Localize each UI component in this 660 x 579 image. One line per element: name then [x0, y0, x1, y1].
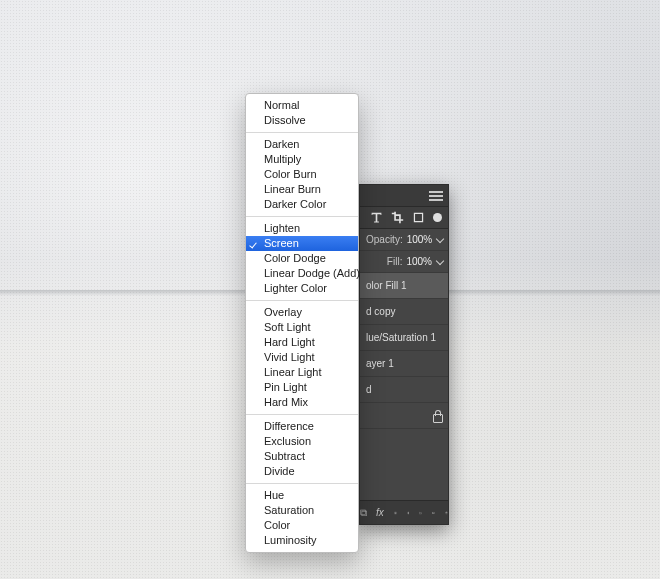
blend-mode-option[interactable]: Dissolve — [246, 113, 358, 128]
blend-mode-option[interactable]: Linear Burn — [246, 182, 358, 197]
menu-separator — [246, 132, 358, 133]
blend-mode-label: Luminosity — [264, 534, 317, 546]
blend-mode-option[interactable]: Hard Mix — [246, 395, 358, 410]
blend-mode-label: Linear Light — [264, 366, 322, 378]
layer-name: d copy — [366, 306, 395, 317]
blend-mode-label: Darken — [264, 138, 299, 150]
trash-icon[interactable] — [445, 507, 448, 519]
check-icon — [250, 169, 260, 179]
blend-mode-menu: NormalDissolveDarkenMultiplyColor BurnLi… — [245, 93, 359, 553]
type-filter-icon[interactable] — [370, 211, 383, 224]
blend-mode-option[interactable]: Luminosity — [246, 533, 358, 548]
blend-mode-label: Color Burn — [264, 168, 317, 180]
blend-mode-label: Screen — [264, 237, 299, 249]
blend-mode-option[interactable]: Exclusion — [246, 434, 358, 449]
blend-mode-option[interactable]: Difference — [246, 419, 358, 434]
blend-mode-option[interactable]: Normal — [246, 98, 358, 113]
check-icon — [250, 268, 260, 278]
group-icon[interactable] — [419, 507, 422, 519]
adjustment-layer-icon[interactable] — [407, 507, 410, 519]
fill-label: Fill: — [387, 256, 403, 267]
layer-item[interactable]: d — [360, 377, 448, 403]
check-icon — [250, 466, 260, 476]
blend-mode-option[interactable]: Saturation — [246, 503, 358, 518]
layer-name: d — [366, 384, 372, 395]
layer-item[interactable]: lue/Saturation 1 — [360, 325, 448, 351]
blend-mode-option[interactable]: Lighter Color — [246, 281, 358, 296]
check-icon — [250, 505, 260, 515]
blend-mode-option[interactable]: Screen — [246, 236, 358, 251]
check-icon — [250, 352, 260, 362]
blend-mode-label: Soft Light — [264, 321, 310, 333]
shape-filter-icon[interactable] — [412, 211, 425, 224]
blend-mode-label: Saturation — [264, 504, 314, 516]
layer-item[interactable]: olor Fill 1 — [360, 273, 448, 299]
blend-mode-label: Pin Light — [264, 381, 307, 393]
blend-mode-option[interactable]: Linear Dodge (Add) — [246, 266, 358, 281]
blend-mode-label: Lighten — [264, 222, 300, 234]
blend-mode-label: Normal — [264, 99, 299, 111]
menu-separator — [246, 414, 358, 415]
menu-separator — [246, 483, 358, 484]
check-icon — [250, 337, 260, 347]
check-icon — [250, 367, 260, 377]
blend-mode-option[interactable]: Hard Light — [246, 335, 358, 350]
blend-mode-label: Hard Mix — [264, 396, 308, 408]
blend-mode-option[interactable]: Pin Light — [246, 380, 358, 395]
link-layers-icon[interactable]: ⧉ — [360, 507, 366, 519]
opacity-value[interactable]: 100% — [407, 234, 433, 245]
blend-mode-option[interactable]: Color — [246, 518, 358, 533]
blend-mode-option[interactable]: Vivid Light — [246, 350, 358, 365]
check-icon — [250, 322, 260, 332]
check-icon — [250, 223, 260, 233]
check-icon — [250, 139, 260, 149]
layer-list: olor Fill 1 d copy lue/Saturation 1 ayer… — [360, 273, 448, 500]
blend-mode-option[interactable]: Darker Color — [246, 197, 358, 212]
blend-mode-option[interactable]: Hue — [246, 488, 358, 503]
panel-menu-icon[interactable] — [429, 191, 443, 201]
check-icon — [250, 283, 260, 293]
layer-name: olor Fill 1 — [366, 280, 407, 291]
blend-mode-option[interactable]: Multiply — [246, 152, 358, 167]
layer-item[interactable]: d copy — [360, 299, 448, 325]
check-icon — [250, 184, 260, 194]
opacity-label: Opacity: — [366, 234, 403, 245]
blend-mode-label: Color — [264, 519, 290, 531]
check-icon — [250, 451, 260, 461]
fill-value[interactable]: 100% — [406, 256, 432, 267]
new-layer-icon[interactable] — [432, 507, 435, 519]
smart-filter-icon[interactable] — [433, 213, 442, 222]
blend-mode-option[interactable]: Lighten — [246, 221, 358, 236]
check-icon — [250, 535, 260, 545]
chevron-down-icon[interactable] — [436, 236, 444, 244]
layer-item[interactable]: ayer 1 — [360, 351, 448, 377]
menu-separator — [246, 300, 358, 301]
layer-name: lue/Saturation 1 — [366, 332, 436, 343]
lock-icon[interactable] — [432, 410, 442, 422]
blend-mode-label: Subtract — [264, 450, 305, 462]
blend-mode-option[interactable]: Darken — [246, 137, 358, 152]
layer-item[interactable] — [360, 403, 448, 429]
layer-fx-icon[interactable]: fx — [376, 507, 384, 518]
blend-mode-option[interactable]: Linear Light — [246, 365, 358, 380]
chevron-down-icon[interactable] — [436, 258, 444, 266]
check-icon — [250, 100, 260, 110]
check-icon — [250, 253, 260, 263]
blend-mode-option[interactable]: Color Burn — [246, 167, 358, 182]
blend-mode-option[interactable]: Soft Light — [246, 320, 358, 335]
blend-mode-label: Lighter Color — [264, 282, 327, 294]
check-icon — [250, 436, 260, 446]
blend-mode-option[interactable]: Divide — [246, 464, 358, 479]
crop-filter-icon[interactable] — [391, 211, 404, 224]
blend-mode-option[interactable]: Overlay — [246, 305, 358, 320]
blend-mode-label: Overlay — [264, 306, 302, 318]
blend-mode-label: Linear Burn — [264, 183, 321, 195]
check-icon — [250, 154, 260, 164]
svg-rect-3 — [433, 512, 435, 514]
check-icon — [250, 520, 260, 530]
check-icon — [250, 382, 260, 392]
blend-mode-label: Vivid Light — [264, 351, 315, 363]
blend-mode-option[interactable]: Subtract — [246, 449, 358, 464]
blend-mode-option[interactable]: Color Dodge — [246, 251, 358, 266]
layer-mask-icon[interactable] — [394, 507, 397, 519]
